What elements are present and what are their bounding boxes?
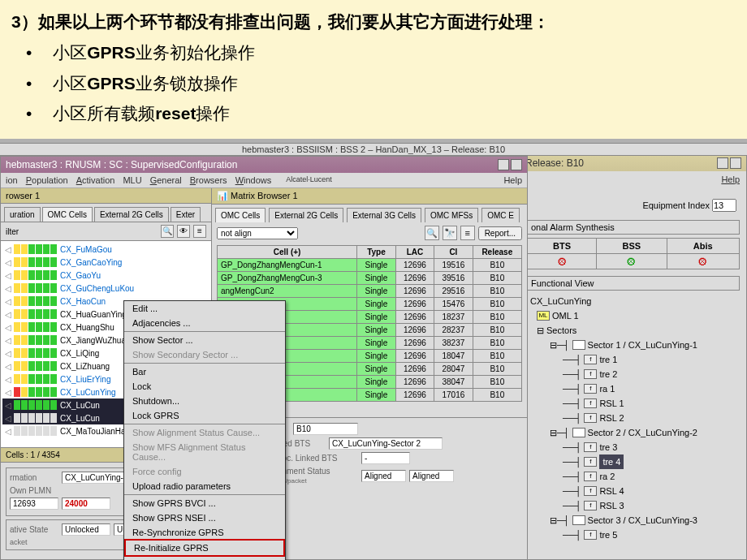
zoom-icon[interactable]: 🔍 — [425, 226, 439, 240]
menu-item[interactable]: Show GPRS BVCI ... — [124, 496, 285, 510]
menu-item[interactable]: HSDS Synthesis... — [124, 556, 285, 560]
menu-help[interactable]: Help — [503, 175, 522, 185]
ci-input[interactable] — [62, 498, 110, 510]
ative-state-label: ative State — [10, 525, 58, 534]
tree-item[interactable]: ──┤fRSL 4 — [563, 484, 740, 498]
tree-root[interactable]: CX_LuCunYing — [530, 294, 740, 308]
table-row[interactable]: GP_DongZhangMengCun-1Single1269619516B10 — [218, 259, 522, 272]
assoc-bts-input[interactable] — [329, 437, 443, 450]
release-window-title[interactable]: Release: B10 — [520, 155, 746, 171]
browser1-tabs[interactable]: uration OMC Cells External 2G Cells Exte… — [1, 204, 211, 222]
release-window: Release: B10 Help Equipment Index onal A… — [520, 154, 747, 560]
cell-row[interactable]: ◁CX_GaoYu — [2, 269, 209, 282]
menu-mlu[interactable]: MLU — [123, 175, 141, 185]
filter-label: ilter — [6, 227, 19, 236]
equipment-index-input[interactable] — [712, 199, 736, 212]
tree-item[interactable]: ──┤ftre 3 — [563, 440, 740, 454]
tree-sectors[interactable]: ⊟ Sectors — [537, 323, 740, 338]
brand-logo: Alcatel·Lucent — [286, 175, 332, 185]
menu-item[interactable]: Lock GPRS — [124, 408, 285, 423]
menu-item[interactable]: Upload radio parameters — [124, 479, 285, 493]
maximize-button[interactable] — [511, 159, 522, 170]
slide-header: 3）如果以上两个环节都没有排查出问题，我们要从其它方面进行处理： 小区GPRS业… — [0, 0, 747, 139]
menu-item[interactable]: Shutdown... — [124, 394, 285, 408]
filter-select[interactable]: not align — [217, 227, 298, 239]
tree-oml[interactable]: MLOML 1 — [537, 308, 740, 323]
menu-ion[interactable]: ion — [6, 175, 18, 185]
mtab-ext-2g[interactable]: External 2G Cells — [269, 208, 343, 222]
mtab-ext-3g[interactable]: External 3G Cells — [347, 208, 421, 222]
menu-item: Show Secondary Sector ... — [124, 347, 285, 362]
tree-sector-3[interactable]: ⊟─┤Sector 3 / CX_LuCunYing-3 — [550, 513, 740, 528]
linked-bts-input[interactable] — [361, 452, 410, 464]
search-icon[interactable]: 🔍 — [161, 225, 174, 238]
state1-input[interactable] — [62, 523, 110, 536]
menu-item[interactable]: Re-Initialize GPRS — [124, 539, 285, 557]
report-button[interactable]: Report... — [478, 226, 522, 240]
menu-general[interactable]: General — [150, 175, 182, 185]
mtab-omc-cells[interactable]: OMC Cells — [215, 208, 266, 222]
menu-item[interactable]: Edit ... — [124, 301, 285, 316]
align2-input[interactable] — [409, 470, 454, 482]
equipment-index-row: Equipment Index — [530, 199, 736, 212]
table-row[interactable]: GP_DongZhangMengCun-3Single1269639516B10 — [218, 272, 522, 285]
mtab-mfs[interactable]: OMC MFSs — [425, 208, 478, 222]
tree-sector-1[interactable]: ⊟─┤Sector 1 / CX_LuCunYing-1 — [550, 338, 740, 352]
tree-item[interactable]: ──┤ftre 5 — [563, 528, 740, 542]
menu-windows[interactable]: Windows — [235, 175, 272, 185]
binoculars-icon[interactable]: 👁 — [177, 225, 190, 238]
menu-item: Show Alignment Status Cause... — [124, 425, 285, 440]
menu-item[interactable]: Re-Synchronize GPRS — [124, 525, 285, 540]
align1-input[interactable] — [361, 470, 406, 482]
mtab-omce[interactable]: OMC E — [481, 208, 520, 222]
menu-item[interactable]: Show GPRS NSEI ... — [124, 510, 285, 525]
menu-item: Show MFS Alignment Status Cause... — [124, 440, 285, 464]
browser1-title: rowser 1 — [1, 188, 211, 204]
cell-row[interactable]: ◁CX_GuChengLuKou — [2, 282, 209, 295]
ok-icon: ⮿ — [627, 256, 636, 266]
cell-row[interactable]: ◁CX_GanCaoYing — [2, 256, 209, 269]
tree-item[interactable]: ──┤ftre 2 — [563, 367, 740, 381]
menu-population[interactable]: Population — [26, 175, 68, 185]
tree-item[interactable]: ──┤fra 1 — [563, 381, 740, 396]
release-input[interactable] — [293, 423, 358, 435]
tab-omc-cells[interactable]: OMC Cells — [42, 207, 93, 222]
cell-row[interactable]: ◁CX_FuMaGou — [2, 243, 209, 256]
slide-heading: 3）如果以上两个环节都没有排查出问题，我们要从其它方面进行处理： — [11, 6, 736, 37]
matrix-tabs[interactable]: OMC Cells External 2G Cells External 3G … — [212, 205, 527, 222]
list-icon[interactable]: ≡ — [193, 225, 206, 238]
alarm-icon: ⮿ — [698, 256, 707, 266]
help-link[interactable]: Help — [520, 171, 746, 187]
tree-item[interactable]: ──┤ftre 4 — [563, 454, 740, 469]
tree-item[interactable]: ──┤fRSL 3 — [563, 498, 740, 513]
matrix-title: 📊 Matrix Browser 1 — [212, 188, 527, 205]
functional-tree[interactable]: CX_LuCunYing MLOML 1 ⊟ Sectors ⊟─┤Sector… — [527, 294, 740, 542]
menu-item[interactable]: Bar — [124, 364, 285, 379]
tree-item[interactable]: ──┤fra 2 — [563, 469, 740, 484]
background-window-title: hebmaster3 : BSSIISM : BSS 2 – HanDan_MX… — [0, 143, 747, 156]
tree-sector-2[interactable]: ⊟─┤Sector 2 / CX_LuCunYing-2 — [550, 425, 740, 440]
tab-uration[interactable]: uration — [4, 207, 41, 222]
minimize-button[interactable] — [717, 157, 728, 169]
menu-item[interactable]: Adjacencies ... — [124, 316, 285, 330]
tree-item[interactable]: ──┤ftre 1 — [563, 352, 740, 367]
rnusm-window-title[interactable]: hebmaster3 : RNUSM : SC : SupervisedConf… — [1, 157, 527, 173]
functional-view-title: Functional View — [527, 276, 740, 291]
tree-item[interactable]: ──┤fRSL 1 — [563, 396, 740, 411]
menu-item[interactable]: Show Sector ... — [124, 333, 285, 347]
menu-item[interactable]: Lock — [124, 379, 285, 394]
table-row[interactable]: angMengCun2Single1269629516B10 — [218, 285, 522, 298]
menu-browsers[interactable]: Browsers — [190, 175, 227, 185]
menubar[interactable]: ion Population Activation MLU General Br… — [1, 173, 527, 188]
tab-ext-2g[interactable]: External 2G Cells — [94, 207, 169, 222]
list-icon[interactable]: ≡ — [460, 226, 475, 240]
tab-exter[interactable]: Exter — [171, 207, 201, 222]
maximize-button[interactable] — [730, 157, 741, 169]
minimize-button[interactable] — [498, 159, 509, 170]
binoculars-icon[interactable]: 🔭 — [443, 226, 457, 240]
alarm-icon: ⮿ — [558, 256, 567, 266]
menu-activation[interactable]: Activation — [76, 175, 115, 185]
lac-input[interactable] — [10, 498, 58, 510]
tree-item[interactable]: ──┤fRSL 2 — [563, 411, 740, 425]
context-menu[interactable]: Edit ...Adjacencies ...Show Sector ...Sh… — [123, 300, 286, 560]
